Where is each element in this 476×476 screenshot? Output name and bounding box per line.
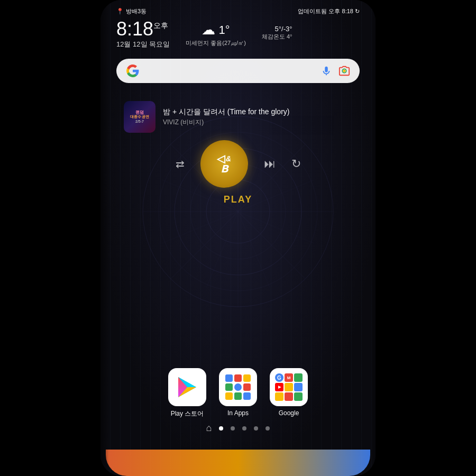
location-text: 방배3동 bbox=[126, 7, 147, 15]
nav-dot-5[interactable] bbox=[266, 426, 270, 431]
in-apps-icon bbox=[219, 368, 257, 406]
cloud-icon: ☁ bbox=[202, 22, 215, 38]
in-apps-label: In Apps bbox=[227, 409, 249, 417]
google-g-logo bbox=[126, 64, 140, 78]
nav-dot-1[interactable] bbox=[219, 426, 223, 431]
shuffle-button[interactable]: ⇄ bbox=[176, 158, 185, 170]
music-text: 밤 + 시간을 달려서 (Time for the glory) VIVIZ (… bbox=[163, 107, 289, 126]
nav-dot-4[interactable] bbox=[254, 426, 258, 431]
repeat-button[interactable]: ↻ bbox=[291, 157, 301, 171]
refresh-icon: ↻ bbox=[355, 8, 360, 14]
play-store-label: Play 스토어 bbox=[171, 409, 204, 418]
phone-screen: 📍 방배3동 업데이트됨 오후 8:18 ↻ 8:18오후 12월 12일 목요… bbox=[100, 0, 376, 476]
play-store-icon bbox=[168, 368, 206, 406]
status-location: 📍 방배3동 bbox=[116, 7, 147, 15]
bottom-nav: ⌂ bbox=[106, 423, 370, 441]
bottom-bar bbox=[106, 450, 370, 476]
artist-name: VIVIZ (비비지) bbox=[163, 118, 289, 127]
feels-like: 체감온도 4° bbox=[262, 33, 292, 41]
weather-widget: 8:18오후 12월 12일 목요일 ☁ 1° 미세먼지 좋음(27㎍/㎥) 5… bbox=[106, 15, 370, 53]
app-item-in-apps[interactable]: In Apps bbox=[219, 368, 257, 418]
weather-temp: ☁ 1° bbox=[202, 22, 230, 38]
date-text: 12월 12일 목요일 bbox=[116, 40, 170, 49]
home-button[interactable]: ⌂ bbox=[206, 423, 212, 434]
location-pin-icon: 📍 bbox=[116, 8, 124, 15]
clock-time: 8:18오후 bbox=[116, 20, 170, 39]
song-title: 밤 + 시간을 달려서 (Time for the glory) bbox=[163, 107, 289, 116]
high-low: 5°/-3° bbox=[262, 25, 292, 33]
update-time: 업데이트됨 오후 8:18 ↻ bbox=[298, 7, 360, 15]
nav-dot-3[interactable] bbox=[242, 426, 246, 431]
play-label: PLAY bbox=[224, 194, 252, 205]
music-widget[interactable]: 퀸덤 대종수 공연 2/5-7 밤 + 시간을 달려서 (Time for th… bbox=[114, 93, 362, 214]
time-block: 8:18오후 12월 12일 목요일 bbox=[116, 20, 170, 49]
nav-dot-2[interactable] bbox=[231, 426, 235, 431]
app-item-play-store[interactable]: Play 스토어 bbox=[168, 368, 206, 418]
microphone-icon[interactable] bbox=[321, 65, 332, 77]
google-icon: G M ▶ bbox=[270, 368, 308, 406]
app-item-google[interactable]: G M ▶ bbox=[270, 368, 308, 418]
next-button[interactable]: ⏭ bbox=[264, 157, 276, 171]
air-quality-text: 미세먼지 좋음(27㎍/㎥) bbox=[186, 39, 246, 47]
svg-point-14 bbox=[343, 70, 346, 72]
bao-play-button[interactable]: ◁ & ʙ bbox=[200, 140, 248, 188]
album-art: 퀸덤 대종수 공연 2/5-7 bbox=[124, 101, 155, 133]
search-left bbox=[126, 64, 140, 78]
weather-center: ☁ 1° 미세먼지 좋음(27㎍/㎥) bbox=[186, 20, 246, 47]
search-bar[interactable] bbox=[116, 59, 360, 83]
camera-icon[interactable] bbox=[338, 65, 350, 77]
app-icons-row: Play 스토어 bbox=[106, 368, 370, 418]
bao-player: ⇄ ◁ & ʙ ⏭ ↻ PLAY bbox=[124, 140, 352, 205]
search-icons bbox=[321, 65, 350, 77]
update-text: 업데이트됨 오후 8:18 bbox=[298, 8, 353, 14]
controls-row: ⇄ ◁ & ʙ ⏭ ↻ bbox=[124, 140, 352, 188]
apps-section: Play 스토어 bbox=[106, 218, 370, 450]
temp-range: 5°/-3° 체감온도 4° bbox=[262, 22, 292, 41]
google-label: Google bbox=[279, 409, 299, 417]
status-bar: 📍 방배3동 업데이트됨 오후 8:18 ↻ bbox=[106, 0, 370, 15]
music-info-row: 퀸덤 대종수 공연 2/5-7 밤 + 시간을 달려서 (Time for th… bbox=[124, 101, 352, 133]
